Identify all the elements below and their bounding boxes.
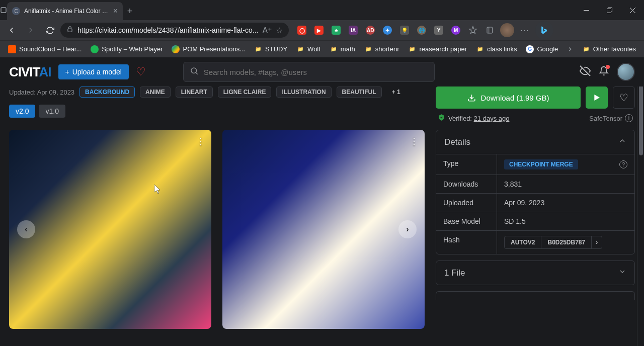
gallery-image-2[interactable]: ⋮ — [222, 130, 425, 329]
gallery-next-button[interactable]: › — [398, 220, 417, 238]
tag-background[interactable]: BACKGROUND — [79, 86, 135, 98]
info-icon[interactable]: i — [625, 114, 633, 122]
ext-icon-10[interactable]: M — [448, 22, 464, 38]
next-panel-peek — [436, 291, 635, 300]
plus-icon: + — [65, 68, 69, 76]
ext-icon-6[interactable]: ✦ — [379, 22, 395, 38]
tag-beautiful[interactable]: BEAUTIFUL — [337, 86, 382, 98]
user-avatar[interactable] — [617, 63, 635, 81]
close-window-button[interactable] — [621, 0, 644, 20]
row-downloads: Downloads 3,831 — [436, 175, 634, 193]
scrollbar[interactable] — [637, 57, 644, 346]
browser-titlebar: C Aniflatmix - Anime Flat Color Sty × + — [0, 0, 644, 20]
collections-icon[interactable] — [482, 22, 498, 38]
visibility-icon[interactable] — [580, 65, 591, 78]
ext-icon-8[interactable]: 🌐 — [414, 22, 430, 38]
tag-illustration[interactable]: ILLUSTRATION — [276, 86, 331, 98]
tab-close-icon[interactable]: × — [113, 7, 118, 16]
gallery-prev-button[interactable]: ‹ — [17, 220, 35, 238]
updated-text: Updated: Apr 09, 2023 — [9, 89, 74, 96]
version-v2[interactable]: v2.0 — [9, 105, 35, 118]
upload-label: Upload a model — [72, 68, 122, 76]
site-header: CIVITAI + Upload a model ♡ — [0, 57, 644, 86]
tag-ligneclaire[interactable]: LIGNE CLAIRE — [218, 86, 272, 98]
lock-icon — [66, 26, 73, 35]
bookmark-soundcloud[interactable]: SoundCloud – Hear... — [4, 43, 86, 55]
tab-actions-button[interactable] — [0, 0, 7, 20]
image-gallery: ⋮ ⋮ ‹ › — [9, 130, 425, 329]
bookmark-pom[interactable]: POM Presentations... — [168, 43, 249, 55]
verified-date[interactable]: 21 days ago — [474, 115, 510, 122]
svg-point-8 — [191, 68, 197, 73]
forward-button[interactable] — [22, 22, 39, 39]
details-header[interactable]: Details — [436, 130, 634, 154]
bookmark-wolf[interactable]: 📁Wolf — [292, 43, 325, 55]
refresh-button[interactable] — [41, 22, 58, 39]
hash-value[interactable]: B0D25DB787 — [541, 236, 592, 248]
maximize-button[interactable] — [598, 0, 621, 20]
type-label: Type — [436, 154, 497, 175]
more-icon[interactable]: ⋯ — [516, 22, 532, 38]
ext-icon-5[interactable]: AD — [362, 22, 378, 38]
favorites-icon[interactable] — [465, 22, 481, 38]
ext-icon-9[interactable]: Y — [431, 22, 447, 38]
download-label: Download (1.99 GB) — [481, 94, 549, 102]
favorite-button[interactable]: ♡ — [613, 86, 635, 109]
chevron-down-icon — [618, 268, 626, 278]
svg-line-9 — [196, 72, 198, 74]
run-button[interactable] — [586, 86, 608, 109]
search-input[interactable] — [204, 68, 428, 76]
ext-icon-3[interactable]: ♣ — [328, 22, 344, 38]
bookmark-spotify[interactable]: Spotify – Web Player — [87, 43, 167, 55]
bing-button[interactable] — [535, 21, 553, 39]
version-row: v2.0 v1.0 — [9, 105, 425, 118]
notification-dot — [606, 65, 610, 69]
chevron-up-icon — [618, 137, 626, 147]
ext-icon-4[interactable]: IA — [345, 22, 361, 38]
hash-type[interactable]: AUTOV2 — [505, 236, 541, 248]
gallery-image-1[interactable]: ⋮ — [9, 130, 211, 329]
bookmark-classlinks[interactable]: 📁class links — [472, 43, 521, 55]
civitai-logo[interactable]: CIVITAI — [9, 64, 51, 80]
minimize-button[interactable] — [575, 0, 598, 20]
more-tags-button[interactable]: + 1 — [387, 87, 406, 97]
ext-icon-2[interactable]: ▶ — [311, 22, 327, 38]
basemodel-label: Base Model — [436, 212, 497, 230]
back-button[interactable] — [3, 22, 20, 39]
bookmarks-overflow-icon[interactable] — [563, 41, 577, 58]
row-type: Type CHECKPOINT MERGE ? — [436, 154, 634, 175]
details-title: Details — [444, 137, 470, 147]
version-v1[interactable]: v1.0 — [39, 105, 65, 118]
other-favorites[interactable]: 📁Other favorites — [578, 43, 640, 55]
url-bar[interactable]: https://civitai.com/models/24387/aniflat… — [60, 23, 289, 38]
read-aloud-icon[interactable]: A⁺ — [262, 26, 272, 35]
bookmark-shortenr[interactable]: 📁shortenr — [360, 43, 404, 55]
favorite-icon[interactable]: ☆ — [276, 26, 283, 35]
tag-lineart[interactable]: LINEART — [176, 86, 213, 98]
search-box[interactable] — [183, 62, 435, 82]
bookmark-research[interactable]: 📁reasearch paper — [404, 43, 471, 55]
download-button[interactable]: Download (1.99 GB) — [436, 86, 581, 109]
files-header[interactable]: 1 File — [436, 261, 634, 285]
upload-model-button[interactable]: + Upload a model — [58, 64, 129, 79]
favorites-heart-button[interactable]: ♡ — [136, 65, 146, 78]
image-menu-icon[interactable]: ⋮ — [196, 136, 205, 147]
ext-icon-7[interactable]: 💡 — [396, 22, 413, 38]
browser-tab[interactable]: C Aniflatmix - Anime Flat Color Sty × — [7, 2, 123, 20]
svg-rect-5 — [68, 29, 72, 32]
ext-icon-1[interactable]: ◯ — [294, 22, 310, 38]
bookmark-study[interactable]: 📁STUDY — [250, 43, 291, 55]
info-icon[interactable]: ? — [619, 160, 627, 168]
profile-button[interactable] — [499, 22, 515, 38]
meta-row: Updated: Apr 09, 2023 BACKGROUND ANIME L… — [9, 86, 425, 98]
tag-anime[interactable]: ANIME — [140, 86, 171, 98]
notifications-icon[interactable] — [599, 66, 609, 78]
svg-rect-6 — [487, 27, 493, 33]
bookmark-math[interactable]: 📁math — [326, 43, 359, 55]
downloads-label: Downloads — [436, 175, 497, 193]
image-menu-icon[interactable]: ⋮ — [410, 136, 419, 147]
hash-expand-icon[interactable]: › — [592, 236, 602, 248]
new-tab-button[interactable]: + — [123, 2, 137, 20]
hash-container: AUTOV2 B0D25DB787 › — [504, 236, 602, 249]
bookmark-google[interactable]: GGoogle — [522, 43, 562, 55]
